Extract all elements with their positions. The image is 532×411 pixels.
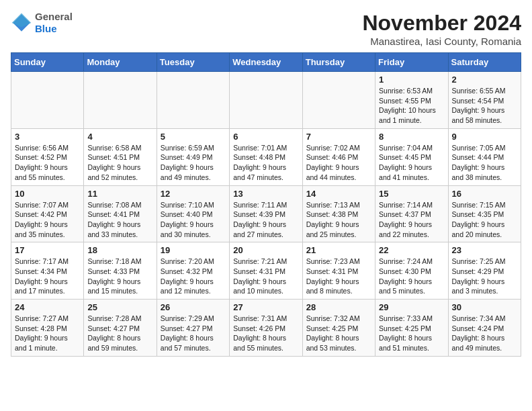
calendar-cell: 26Sunrise: 7:29 AM Sunset: 4:27 PM Dayli… [157, 300, 229, 357]
calendar-cell: 28Sunrise: 7:32 AM Sunset: 4:25 PM Dayli… [302, 300, 375, 357]
calendar-cell [230, 72, 302, 129]
day-number: 9 [452, 132, 517, 142]
calendar-cell: 24Sunrise: 7:27 AM Sunset: 4:28 PM Dayli… [11, 300, 84, 357]
calendar-cell: 16Sunrise: 7:15 AM Sunset: 4:35 PM Dayli… [448, 185, 521, 242]
day-info: Sunrise: 7:34 AM Sunset: 4:24 PM Dayligh… [452, 314, 517, 353]
calendar-cell: 19Sunrise: 7:20 AM Sunset: 4:32 PM Dayli… [157, 242, 229, 300]
day-info: Sunrise: 7:11 AM Sunset: 4:39 PM Dayligh… [233, 200, 298, 240]
day-info: Sunrise: 6:59 AM Sunset: 4:49 PM Dayligh… [161, 143, 226, 183]
calendar-cell: 18Sunrise: 7:18 AM Sunset: 4:33 PM Dayli… [84, 242, 157, 300]
day-info: Sunrise: 7:24 AM Sunset: 4:30 PM Dayligh… [379, 257, 444, 296]
calendar-cell: 2Sunrise: 6:55 AM Sunset: 4:54 PM Daylig… [448, 72, 521, 129]
page-header: General Blue November 2024 Manastirea, I… [11, 11, 521, 47]
calendar-week-1: 1Sunrise: 6:53 AM Sunset: 4:55 PM Daylig… [11, 72, 521, 129]
day-number: 11 [87, 189, 152, 199]
logo: General Blue [11, 11, 73, 35]
logo-text: General Blue [35, 11, 73, 35]
day-info: Sunrise: 7:04 AM Sunset: 4:45 PM Dayligh… [379, 143, 444, 183]
day-number: 25 [87, 302, 152, 312]
day-number: 20 [233, 245, 298, 255]
calendar-cell: 9Sunrise: 7:05 AM Sunset: 4:44 PM Daylig… [448, 128, 521, 185]
day-info: Sunrise: 7:13 AM Sunset: 4:38 PM Dayligh… [306, 200, 371, 240]
calendar-cell: 3Sunrise: 6:56 AM Sunset: 4:52 PM Daylig… [11, 128, 84, 185]
calendar-cell: 8Sunrise: 7:04 AM Sunset: 4:45 PM Daylig… [375, 128, 448, 185]
calendar-cell: 12Sunrise: 7:10 AM Sunset: 4:40 PM Dayli… [157, 185, 229, 242]
header-tuesday: Tuesday [157, 53, 229, 72]
day-info: Sunrise: 7:31 AM Sunset: 4:26 PM Dayligh… [233, 314, 298, 353]
day-info: Sunrise: 7:14 AM Sunset: 4:37 PM Dayligh… [379, 200, 444, 240]
location: Manastirea, Iasi County, Romania [362, 36, 521, 47]
calendar-header-row: SundayMondayTuesdayWednesdayThursdayFrid… [11, 53, 521, 72]
day-number: 1 [379, 75, 444, 85]
calendar-cell: 10Sunrise: 7:07 AM Sunset: 4:42 PM Dayli… [11, 185, 84, 242]
calendar-table: SundayMondayTuesdayWednesdayThursdayFrid… [11, 52, 521, 357]
day-info: Sunrise: 6:58 AM Sunset: 4:51 PM Dayligh… [87, 143, 152, 183]
day-number: 5 [161, 132, 226, 142]
calendar-week-3: 10Sunrise: 7:07 AM Sunset: 4:42 PM Dayli… [11, 185, 521, 242]
day-number: 26 [161, 302, 226, 312]
day-info: Sunrise: 7:25 AM Sunset: 4:29 PM Dayligh… [452, 257, 517, 296]
day-info: Sunrise: 7:21 AM Sunset: 4:31 PM Dayligh… [233, 257, 298, 296]
calendar-cell: 25Sunrise: 7:28 AM Sunset: 4:27 PM Dayli… [84, 300, 157, 357]
day-info: Sunrise: 7:01 AM Sunset: 4:48 PM Dayligh… [233, 143, 298, 183]
day-info: Sunrise: 7:08 AM Sunset: 4:41 PM Dayligh… [87, 200, 152, 240]
calendar-cell: 20Sunrise: 7:21 AM Sunset: 4:31 PM Dayli… [230, 242, 302, 300]
day-info: Sunrise: 7:28 AM Sunset: 4:27 PM Dayligh… [87, 314, 152, 353]
day-number: 24 [15, 302, 80, 312]
calendar-cell: 17Sunrise: 7:17 AM Sunset: 4:34 PM Dayli… [11, 242, 84, 300]
day-info: Sunrise: 6:55 AM Sunset: 4:54 PM Dayligh… [452, 86, 517, 126]
day-number: 22 [379, 245, 444, 255]
calendar-cell: 11Sunrise: 7:08 AM Sunset: 4:41 PM Dayli… [84, 185, 157, 242]
day-number: 7 [306, 132, 371, 142]
day-number: 17 [15, 245, 80, 255]
day-info: Sunrise: 7:10 AM Sunset: 4:40 PM Dayligh… [161, 200, 226, 240]
calendar-cell: 4Sunrise: 6:58 AM Sunset: 4:51 PM Daylig… [84, 128, 157, 185]
day-number: 23 [452, 245, 517, 255]
day-info: Sunrise: 7:05 AM Sunset: 4:44 PM Dayligh… [452, 143, 517, 183]
day-number: 13 [233, 189, 298, 199]
calendar-cell: 15Sunrise: 7:14 AM Sunset: 4:37 PM Dayli… [375, 185, 448, 242]
calendar-cell [84, 72, 157, 129]
calendar-cell: 7Sunrise: 7:02 AM Sunset: 4:46 PM Daylig… [302, 128, 375, 185]
day-number: 30 [452, 302, 517, 312]
day-info: Sunrise: 7:20 AM Sunset: 4:32 PM Dayligh… [161, 257, 226, 296]
day-info: Sunrise: 7:17 AM Sunset: 4:34 PM Dayligh… [15, 257, 80, 296]
day-number: 10 [15, 189, 80, 199]
calendar-cell [302, 72, 375, 129]
title-block: November 2024 Manastirea, Iasi County, R… [362, 11, 521, 47]
day-number: 4 [87, 132, 152, 142]
calendar-cell: 13Sunrise: 7:11 AM Sunset: 4:39 PM Dayli… [230, 185, 302, 242]
day-number: 19 [161, 245, 226, 255]
day-number: 3 [15, 132, 80, 142]
calendar-week-5: 24Sunrise: 7:27 AM Sunset: 4:28 PM Dayli… [11, 300, 521, 357]
day-number: 8 [379, 132, 444, 142]
day-info: Sunrise: 7:23 AM Sunset: 4:31 PM Dayligh… [306, 257, 371, 296]
day-info: Sunrise: 7:07 AM Sunset: 4:42 PM Dayligh… [15, 200, 80, 240]
day-number: 2 [452, 75, 517, 85]
day-info: Sunrise: 7:18 AM Sunset: 4:33 PM Dayligh… [87, 257, 152, 296]
day-number: 15 [379, 189, 444, 199]
calendar-cell: 14Sunrise: 7:13 AM Sunset: 4:38 PM Dayli… [302, 185, 375, 242]
day-number: 18 [87, 245, 152, 255]
day-number: 21 [306, 245, 371, 255]
calendar-cell: 22Sunrise: 7:24 AM Sunset: 4:30 PM Dayli… [375, 242, 448, 300]
day-info: Sunrise: 7:27 AM Sunset: 4:28 PM Dayligh… [15, 314, 80, 353]
calendar-cell [157, 72, 229, 129]
day-number: 16 [452, 189, 517, 199]
day-info: Sunrise: 7:15 AM Sunset: 4:35 PM Dayligh… [452, 200, 517, 240]
day-number: 28 [306, 302, 371, 312]
header-thursday: Thursday [302, 53, 375, 72]
logo-icon [11, 12, 32, 34]
header-sunday: Sunday [11, 53, 84, 72]
month-title: November 2024 [362, 11, 521, 36]
calendar-week-2: 3Sunrise: 6:56 AM Sunset: 4:52 PM Daylig… [11, 128, 521, 185]
day-info: Sunrise: 7:33 AM Sunset: 4:25 PM Dayligh… [379, 314, 444, 353]
day-number: 29 [379, 302, 444, 312]
calendar-cell: 6Sunrise: 7:01 AM Sunset: 4:48 PM Daylig… [230, 128, 302, 185]
calendar-cell: 23Sunrise: 7:25 AM Sunset: 4:29 PM Dayli… [448, 242, 521, 300]
calendar-cell [11, 72, 84, 129]
calendar-week-4: 17Sunrise: 7:17 AM Sunset: 4:34 PM Dayli… [11, 242, 521, 300]
calendar-cell: 5Sunrise: 6:59 AM Sunset: 4:49 PM Daylig… [157, 128, 229, 185]
day-info: Sunrise: 6:56 AM Sunset: 4:52 PM Dayligh… [15, 143, 80, 183]
calendar-cell: 27Sunrise: 7:31 AM Sunset: 4:26 PM Dayli… [230, 300, 302, 357]
